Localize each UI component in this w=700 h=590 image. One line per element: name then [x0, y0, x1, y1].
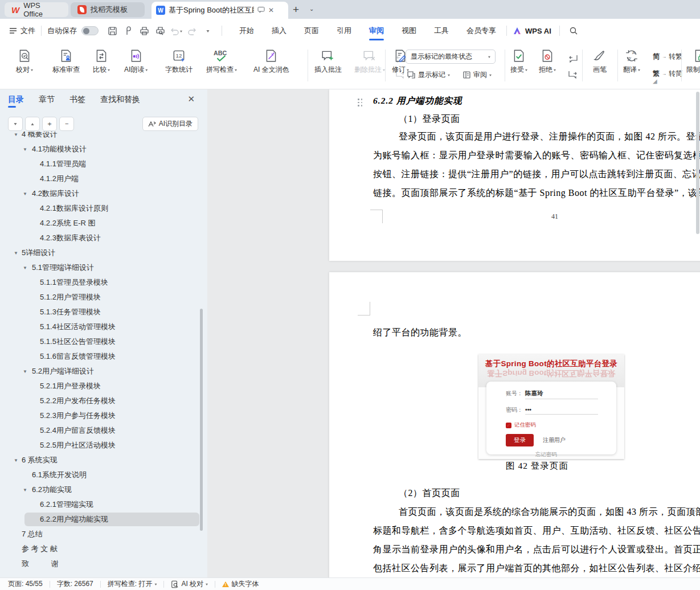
document-page-42[interactable]: 绍了平台的功能背景。 基于Spring Boot的社区互助平台登录 基于Spri… [329, 272, 700, 577]
page-indicator[interactable]: 页面: 45/55 [8, 579, 43, 589]
reject-change-button[interactable]: 拒绝▾ [539, 48, 556, 75]
outline-item[interactable]: ▼ 5.2.4用户留言反馈模块 [0, 423, 207, 438]
print-preview-icon[interactable] [153, 24, 167, 38]
collapse-all-button[interactable]: ▾ [8, 117, 23, 131]
outline-item[interactable]: ▼ 6.2功能实现 [0, 482, 207, 497]
delete-comment-button[interactable]: 删除批注▾ [354, 48, 385, 75]
word-count-button[interactable]: 12 字数统计 [165, 48, 193, 75]
outline-expand-arrow-icon[interactable]: ▼ [14, 458, 18, 463]
missing-font-warning[interactable]: 缺失字体 [222, 579, 259, 589]
export-pdf-icon[interactable] [121, 24, 135, 38]
redo-icon[interactable] [185, 24, 199, 38]
outline-item[interactable]: ▼ 6 系统实现 [0, 453, 207, 468]
outline-item[interactable]: ▼ 6.1系统开发说明 [0, 468, 207, 482]
search-icon[interactable] [567, 24, 580, 38]
ink-brush-button[interactable]: 画笔 [592, 48, 607, 75]
zoom-in-outline-button[interactable]: ＋ [42, 117, 57, 131]
outline-item[interactable]: ▼ 5.1.3任务管理模块 [0, 305, 207, 319]
outline-item[interactable]: ▼ 4.2.3数据库表设计 [0, 231, 207, 245]
markup-state-dropdown[interactable]: 显示标记的最终状态▾ [406, 50, 496, 64]
proofread-button[interactable]: 校对▾ [16, 48, 33, 75]
outline-item[interactable]: ▼ 5.1.6留言反馈管理模块 [0, 349, 207, 364]
paragraph-drag-handle-icon[interactable] [358, 99, 365, 107]
outline-item[interactable]: ▼ 6.2.1管理端实现 [0, 497, 207, 512]
menu-item-reference[interactable]: 引用 [335, 23, 353, 38]
ai-polish-button[interactable]: AI 全文润色 [253, 48, 289, 75]
outline-item[interactable]: ▼ 参 考 文 献 [0, 542, 207, 556]
sidebar-tab-find-replace[interactable]: 查找和替换 [100, 95, 140, 108]
new-tab-button[interactable]: + [293, 3, 299, 16]
tab-document-active[interactable]: W 基于Spring Boot的社区互助 ✕ [152, 2, 288, 19]
close-sidebar-icon[interactable]: ✕ [187, 94, 195, 104]
outline-item[interactable]: ▼ 5.2.5用户社区活动模块 [0, 438, 207, 453]
ai-proofread-status[interactable]: AI 校对▾ [171, 579, 208, 589]
outline-item[interactable]: ▼ 5.2用户端详细设计 [0, 364, 207, 379]
outline-item[interactable]: ▼ 4.1.2用户端 [0, 171, 207, 186]
undo-icon[interactable]: ▾ [169, 24, 183, 38]
outline-item[interactable]: ▼ 5.2.2用户发布任务模块 [0, 394, 207, 408]
show-markup-button[interactable]: 显示标记▾ [407, 70, 450, 80]
outline-expand-arrow-icon[interactable]: ▼ [14, 251, 18, 256]
document-page-41[interactable]: 6.2.2 用户端功能实现 （1）登录页面 登录页面，该页面是用户进行登录、注册… [329, 89, 700, 261]
menu-item-page[interactable]: 页面 [303, 23, 320, 38]
outline-item[interactable]: ▼ 4.1.1管理员端 [0, 157, 207, 171]
accept-change-button[interactable]: 接受▾ [510, 48, 527, 75]
autosave-toggle[interactable] [81, 26, 99, 35]
outline-expand-arrow-icon[interactable]: ▼ [23, 487, 27, 493]
comment-bubble-icon[interactable] [257, 6, 265, 15]
sidebar-tab-bookmarks[interactable]: 书签 [69, 95, 85, 108]
outline-item[interactable]: ▼ 致 谢 [0, 556, 207, 571]
word-count-indicator[interactable]: 字数: 26567 [57, 579, 93, 589]
menu-item-member[interactable]: 会员专享 [465, 23, 497, 38]
file-menu-button[interactable]: 文件 [9, 26, 35, 36]
group-expand-icon[interactable]: ◢ [653, 78, 657, 84]
outline-item[interactable]: ▼ 5.1.2用户管理模块 [0, 290, 207, 305]
wps-ai-button[interactable]: WPS AI [513, 27, 551, 35]
ai-read-aloud-button[interactable]: AI朗读▾ [124, 48, 148, 75]
menu-item-tools[interactable]: 工具 [433, 23, 450, 38]
outline-item[interactable]: ▼ 4.1功能模块设计 [0, 142, 207, 157]
outline-item[interactable]: ▼ 4 概要设计 [0, 132, 207, 142]
outline-item[interactable]: ▼ 4.2数据库设计 [0, 186, 207, 201]
sidebar-tab-chapters[interactable]: 章节 [39, 95, 55, 108]
previous-change-icon[interactable] [567, 53, 579, 63]
menu-item-home[interactable]: 开始 [238, 23, 255, 38]
expand-all-button[interactable]: ▴ [25, 117, 40, 131]
next-change-icon[interactable] [567, 69, 579, 79]
spell-check-button[interactable]: ABC 拼写检查▾ [206, 48, 237, 75]
outline-item[interactable]: ▼ 5.1.1管理员登录模块 [0, 275, 207, 290]
outline-item[interactable]: ▼ 7 总结 [0, 527, 207, 542]
outline-item[interactable]: ▼ 5.1.5社区公告管理模块 [0, 334, 207, 349]
zoom-out-outline-button[interactable]: － [59, 117, 74, 131]
menu-item-view[interactable]: 视图 [400, 23, 417, 38]
quickbar-chevron-icon[interactable]: ▾ [201, 24, 215, 38]
outline-item[interactable]: ▼ 5详细设计 [0, 245, 207, 260]
to-simplified-button[interactable]: 繁→ 转简 [653, 69, 682, 79]
close-tab-icon[interactable]: ✕ [268, 6, 274, 14]
outline-expand-arrow-icon[interactable]: ▼ [23, 191, 27, 196]
outline-item[interactable]: ▼ 5.1.4社区活动管理模块 [0, 319, 207, 334]
sidebar-tab-contents[interactable]: 目录 [8, 95, 24, 108]
save-icon[interactable] [105, 24, 119, 38]
menu-item-review[interactable]: 审阅 [368, 23, 385, 38]
outline-item[interactable]: ▼ 4.2.1数据库设计原则 [0, 201, 207, 216]
outline-item[interactable]: ▼ 5.2.3用户参与任务模块 [0, 408, 207, 423]
print-icon[interactable] [137, 24, 151, 38]
review-pane-button[interactable]: 审阅▾ [462, 70, 492, 80]
sidebar-scrollbar[interactable] [200, 309, 203, 531]
document-scrollbar[interactable] [696, 92, 699, 234]
outline-expand-arrow-icon[interactable]: ▼ [23, 147, 27, 152]
outline-item[interactable]: ▼ 5.1管理端详细设计 [0, 260, 207, 275]
tab-wps-office[interactable]: W WPS Office [5, 2, 68, 17]
outline-item[interactable]: ▼ 6.2.2用户端功能实现 [0, 512, 207, 527]
outline-expand-arrow-icon[interactable]: ▼ [14, 132, 18, 137]
ai-recognize-toc-button[interactable]: AI识别目录 [142, 117, 198, 131]
outline-item[interactable]: ▼ 4.2.2系统 E-R 图 [0, 216, 207, 231]
tab-list-chevron-icon[interactable]: ⌄ [309, 6, 314, 12]
insert-comment-button[interactable]: 插入批注 [314, 48, 342, 75]
compare-button[interactable]: 比较▾ [93, 48, 110, 75]
outline-item[interactable]: ▼ 5.2.1用户登录模块 [0, 379, 207, 394]
tab-docer-templates[interactable]: 找稻壳模板 [71, 2, 145, 17]
outline-expand-arrow-icon[interactable]: ▼ [23, 265, 27, 271]
spell-check-status[interactable]: 拼写检查: 打开▾ [108, 579, 157, 589]
